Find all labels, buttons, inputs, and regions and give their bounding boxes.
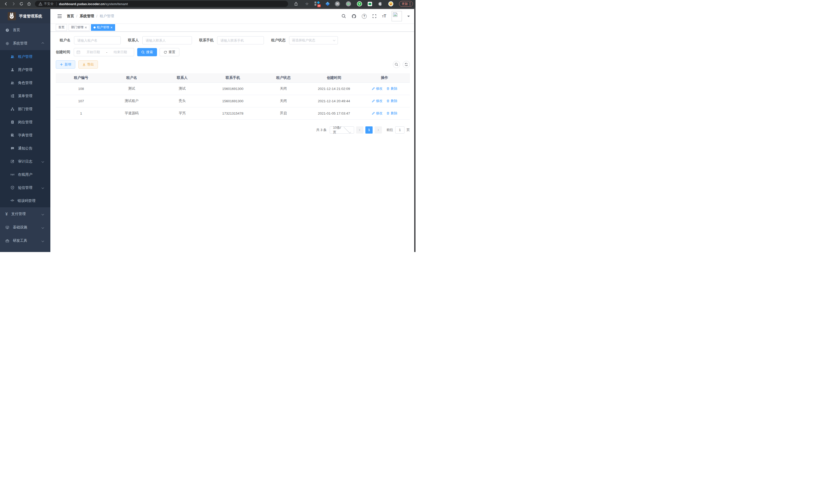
sidebar-item-notice[interactable]: 通知公告 xyxy=(0,142,50,155)
header-search-icon[interactable] xyxy=(342,14,346,19)
address-bar[interactable]: 不安全 dashboard.yudao.iocoder.cn/system/te… xyxy=(35,1,288,7)
avatar-dropdown-caret-icon[interactable] xyxy=(407,16,410,18)
sidebar-item-online-user[interactable]: 在线用户 xyxy=(0,168,50,181)
edit-pencil-icon xyxy=(372,112,375,115)
sidebar-item-dict[interactable]: 字典管理 xyxy=(0,129,50,142)
extension-y-logo-icon[interactable]: Y xyxy=(357,1,362,6)
sidebar-item-label: 在线用户 xyxy=(18,172,32,177)
breadcrumb-home[interactable]: 首页 xyxy=(67,14,74,19)
edit-link[interactable]: 修改 xyxy=(372,111,382,116)
sidebar-item-menu[interactable]: 菜单管理 xyxy=(0,89,50,102)
delete-link[interactable]: 删除 xyxy=(386,99,397,103)
sidebar-fold-icon[interactable] xyxy=(57,14,62,19)
app-title: 芋道管理系统 xyxy=(19,14,42,19)
goto-page-input[interactable] xyxy=(395,126,404,134)
sidebar-logo[interactable]: 芋道管理系统 xyxy=(0,9,50,23)
cell-mobile: 15601691300 xyxy=(208,95,258,107)
breadcrumb-system[interactable]: 系统管理 xyxy=(80,14,94,19)
sidebar-item-label: 角色管理 xyxy=(18,81,32,85)
date-range-picker[interactable]: 开始日期 - 结束日期 xyxy=(74,48,134,56)
fullscreen-icon[interactable] xyxy=(372,14,377,19)
cell-name: 测试 xyxy=(106,83,157,95)
edit-label: 修改 xyxy=(376,99,382,103)
sidebar-item-devtool[interactable]: 研发工具 xyxy=(0,234,50,247)
mobile-input[interactable] xyxy=(217,36,264,45)
font-big-glyph: T xyxy=(384,14,386,18)
home-icon[interactable] xyxy=(26,1,32,7)
calendar-icon xyxy=(77,50,80,54)
start-date-placeholder: 开始日期 xyxy=(82,50,104,55)
user-avatar[interactable] xyxy=(392,11,402,21)
sidebar: 芋道管理系统 首页 系统管理 租户管理 用户管理 角色管理 菜单管理 xyxy=(0,9,50,252)
trash-icon xyxy=(386,112,390,115)
edit-link[interactable]: 修改 xyxy=(372,99,382,103)
reload-icon[interactable] xyxy=(18,1,25,7)
toggle-search-button[interactable] xyxy=(393,61,400,68)
next-page-button[interactable] xyxy=(375,126,382,134)
pagination: 共 3 条 10条/页 1 前往 页 xyxy=(56,126,410,134)
col-mobile: 联系手机 xyxy=(208,73,258,83)
delete-link[interactable]: 删除 xyxy=(386,86,397,91)
prev-page-button[interactable] xyxy=(356,126,363,134)
export-button[interactable]: 导出 xyxy=(78,60,98,68)
sidebar-item-label: 研发工具 xyxy=(13,238,27,243)
cell-created: 2021-01-05 17:03:47 xyxy=(309,107,359,119)
tab-home[interactable]: 首页 xyxy=(56,24,67,31)
extension-kite-icon[interactable] xyxy=(325,2,330,6)
font-size-icon[interactable]: TT xyxy=(382,14,386,18)
emoji-face-icon xyxy=(389,2,393,6)
extensions-puzzle-icon[interactable] xyxy=(378,2,382,6)
extension-chat-icon[interactable] xyxy=(368,2,372,6)
current-page-button[interactable]: 1 xyxy=(365,126,373,134)
sidebar-item-sms[interactable]: 短信管理 xyxy=(0,181,50,194)
extension-badge-icon[interactable]: 10 xyxy=(315,1,320,7)
contact-input[interactable] xyxy=(142,36,192,45)
not-secure-warning-icon[interactable] xyxy=(38,2,42,6)
close-icon[interactable] xyxy=(111,26,113,29)
sidebar-item-user[interactable]: 用户管理 xyxy=(0,63,50,76)
extension-command-icon[interactable]: ⌘ xyxy=(335,1,340,6)
sidebar-item-role[interactable]: 角色管理 xyxy=(0,76,50,89)
sidebar-item-system[interactable]: 系统管理 xyxy=(0,37,50,50)
github-icon[interactable] xyxy=(351,14,356,19)
sidebar-item-label: 审计日志 xyxy=(18,159,32,164)
menu-dots-icon[interactable] xyxy=(409,2,410,5)
help-icon[interactable]: ? xyxy=(362,14,367,19)
forward-icon[interactable] xyxy=(10,1,17,7)
bookmark-star-icon[interactable]: ☆ xyxy=(305,2,309,6)
tab-tenant-active[interactable]: 租户管理 xyxy=(91,24,115,31)
sidebar-item-audit-log[interactable]: 审计日志 xyxy=(0,155,50,168)
share-icon[interactable] xyxy=(293,1,299,7)
tenant-name-input[interactable] xyxy=(74,36,121,45)
sidebar-item-post[interactable]: 岗位管理 xyxy=(0,116,50,129)
page-size-select[interactable]: 10条/页 xyxy=(330,126,354,134)
filter-mobile: 联系手机 xyxy=(199,36,264,45)
refresh-table-button[interactable] xyxy=(403,61,410,68)
chevron-down-icon xyxy=(41,213,44,215)
back-icon[interactable] xyxy=(3,1,9,7)
chat-bubble-icon xyxy=(369,3,371,5)
extension-record-icon[interactable] xyxy=(346,1,351,6)
search-button[interactable]: 搜索 xyxy=(137,48,157,56)
sidebar-item-home[interactable]: 首页 xyxy=(0,23,50,37)
sidebar-item-infra[interactable]: 基础设施 xyxy=(0,221,50,234)
delete-link[interactable]: 删除 xyxy=(386,111,397,116)
add-button[interactable]: 新增 xyxy=(56,60,75,68)
add-label: 新增 xyxy=(64,62,71,67)
reset-button[interactable]: 重置 xyxy=(160,48,179,56)
sidebar-item-dept[interactable]: 部门管理 xyxy=(0,102,50,116)
browser-profile-avatar[interactable] xyxy=(388,1,393,6)
sidebar-item-tenant[interactable]: 租户管理 xyxy=(0,50,50,63)
col-tenant-name: 租户名 xyxy=(106,73,157,83)
tab-dept[interactable]: 部门管理 xyxy=(68,24,89,31)
chevron-down-icon xyxy=(344,126,351,133)
sidebar-item-pay[interactable]: ¥ 支付管理 xyxy=(0,207,50,221)
cell-created: 2021-12-14 20:49:44 xyxy=(309,95,359,107)
sidebar-item-errcode[interactable]: </> 错误码管理 xyxy=(0,194,50,207)
ext-square-icon xyxy=(315,2,316,3)
update-label: 更新 xyxy=(402,2,408,6)
status-select[interactable]: 请选择租户状态 xyxy=(289,36,338,45)
close-icon[interactable] xyxy=(85,26,87,29)
update-button[interactable]: 更新 xyxy=(399,1,413,7)
edit-link[interactable]: 修改 xyxy=(372,86,382,91)
